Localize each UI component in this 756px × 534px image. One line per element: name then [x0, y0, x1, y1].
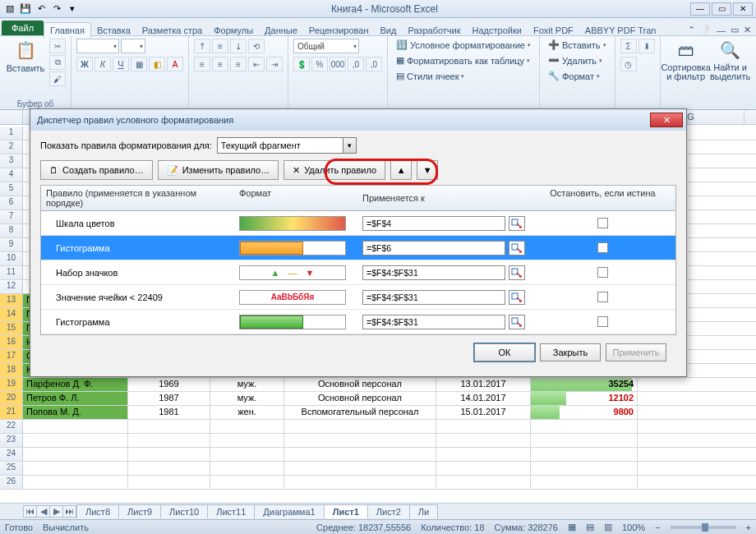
header-applies: Применяется к: [357, 186, 530, 210]
rule-name: Гистограмма: [41, 317, 234, 327]
delete-rule-icon: ✕: [293, 165, 300, 176]
move-rule-up-button[interactable]: ▲: [390, 160, 412, 180]
show-rules-for-combo[interactable]: Текущий фрагмент ▼: [217, 137, 357, 154]
ok-button[interactable]: ОК: [474, 343, 535, 361]
show-rules-for-label: Показать правила форматирования для:: [40, 140, 212, 150]
rule-row[interactable]: Шкала цветов=$F$4: [41, 211, 675, 236]
rule-row[interactable]: Значение ячейки < 22409АаВbБбЯя=$F$4:$F$…: [41, 285, 675, 310]
stop-if-true-checkbox[interactable]: [597, 242, 608, 253]
range-picker-button[interactable]: [509, 315, 525, 329]
delete-rule-button[interactable]: ✕Удалить правило: [284, 160, 385, 180]
stop-if-true-checkbox[interactable]: [597, 218, 608, 228]
conditional-formatting-rules-manager-dialog: Диспетчер правил условного форматировани…: [30, 108, 687, 377]
rule-applies-to-field[interactable]: =$F$4:$F$31: [362, 290, 505, 305]
rule-name: Набор значков: [41, 268, 234, 278]
rule-name: Гистограмма: [41, 243, 234, 253]
header-format: Формат: [234, 186, 357, 210]
rule-format-preview: АаВbБбЯя: [234, 290, 357, 305]
rule-applies-to-field[interactable]: =$F$4: [362, 216, 505, 231]
stop-if-true-checkbox[interactable]: [597, 267, 608, 278]
rule-row[interactable]: Гистограмма=$F$6: [41, 236, 675, 260]
rule-format-preview: [234, 216, 357, 231]
stop-if-true-checkbox[interactable]: [597, 292, 608, 302]
chevron-down-icon: ▼: [343, 138, 356, 153]
edit-rule-icon: 📝: [167, 165, 178, 176]
dialog-title: Диспетчер правил условного форматировани…: [37, 115, 233, 125]
move-rule-down-button[interactable]: ▼: [417, 160, 438, 180]
range-picker-button[interactable]: [509, 241, 525, 255]
rules-table: Правило (применяется в указанном порядке…: [40, 185, 676, 335]
close-dialog-button[interactable]: Закрыть: [540, 343, 601, 361]
rule-name: Шкала цветов: [41, 219, 234, 228]
range-picker-button[interactable]: [509, 216, 525, 231]
range-picker-button[interactable]: [509, 265, 525, 280]
rule-format-preview: [234, 241, 357, 255]
range-picker-button[interactable]: [509, 290, 525, 305]
rule-format-preview: [234, 315, 357, 329]
rule-name: Значение ячейки < 22409: [41, 292, 234, 302]
rule-applies-to-field[interactable]: =$F$4:$F$31: [362, 265, 505, 280]
rule-row[interactable]: Набор значков▲—▼=$F$4:$F$31: [41, 260, 675, 285]
apply-button[interactable]: Применить: [606, 343, 666, 361]
rule-applies-to-field[interactable]: =$F$6: [362, 241, 505, 255]
dialog-close-button[interactable]: ✕: [650, 113, 683, 127]
rule-format-preview: ▲—▼: [234, 265, 357, 280]
edit-rule-button[interactable]: 📝Изменить правило…: [158, 160, 279, 180]
new-rule-button[interactable]: 🗒Создать правило…: [40, 160, 153, 180]
stop-if-true-checkbox[interactable]: [597, 316, 608, 327]
rule-row[interactable]: Гистограмма=$F$4:$F$31: [41, 310, 675, 334]
header-rule: Правило (применяется в указанном порядке…: [41, 186, 234, 210]
new-rule-icon: 🗒: [49, 165, 58, 175]
header-stop: Остановить, если истина: [530, 186, 675, 210]
rule-applies-to-field[interactable]: =$F$4:$F$31: [362, 315, 505, 329]
